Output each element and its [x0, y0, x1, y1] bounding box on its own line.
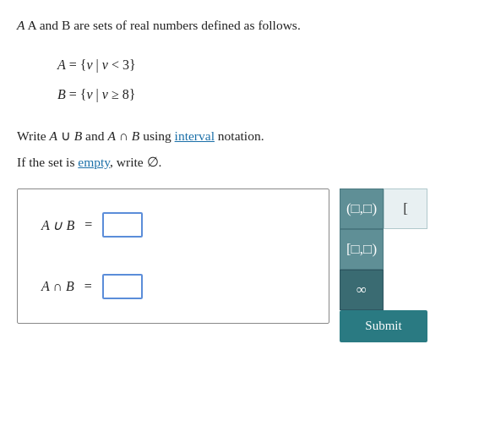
intersect-row: A ∩ B =: [41, 274, 305, 299]
main-area: A ∪ B = A ∩ B = (□,□) [ [□,□) ∞ Submit: [17, 188, 462, 342]
interval-link[interactable]: interval: [175, 128, 215, 143]
intro-paragraph: A A and B are sets of real numbers defin…: [17, 15, 462, 173]
submit-row: Submit: [340, 310, 427, 342]
symbol-panel: (□,□) [ [□,□) ∞ Submit: [340, 188, 427, 342]
set-A-reference: A: [17, 18, 24, 32]
write-instruction-line2: If the set is empty, write ∅.: [17, 151, 462, 173]
submit-button[interactable]: Submit: [340, 310, 427, 342]
open-interval-btn[interactable]: (□,□): [340, 188, 384, 229]
intro-line1: A A and B are sets of real numbers defin…: [17, 15, 462, 35]
set-B-definition: B = {v | v ≥ 8}: [57, 79, 462, 109]
intersect-equals: =: [84, 279, 92, 294]
symbol-row-1: (□,□) [: [340, 188, 427, 229]
symbol-row-3: ∞: [340, 270, 427, 310]
set-definitions: A = {v | v < 3} B = {v | v ≥ 8}: [57, 50, 462, 109]
intersect-input[interactable]: [102, 274, 143, 299]
close-bracket-btn[interactable]: [: [384, 188, 427, 229]
symbol-row-2: [□,□): [340, 229, 427, 270]
union-equals: =: [84, 217, 92, 232]
intersect-label: A ∩ B: [41, 279, 74, 294]
union-input[interactable]: [102, 212, 143, 238]
empty-link[interactable]: empty: [78, 155, 110, 169]
half-open-left-btn[interactable]: [□,□): [340, 229, 384, 270]
set-A-definition: A = {v | v < 3}: [57, 50, 462, 79]
write-instruction-line1: Write A ∪ B and A ∩ B using interval not…: [17, 125, 462, 147]
answer-box: A ∪ B = A ∩ B =: [17, 188, 329, 324]
union-row: A ∪ B =: [41, 212, 305, 238]
union-label: A ∪ B: [41, 217, 74, 233]
infinity-btn[interactable]: ∞: [340, 270, 384, 310]
